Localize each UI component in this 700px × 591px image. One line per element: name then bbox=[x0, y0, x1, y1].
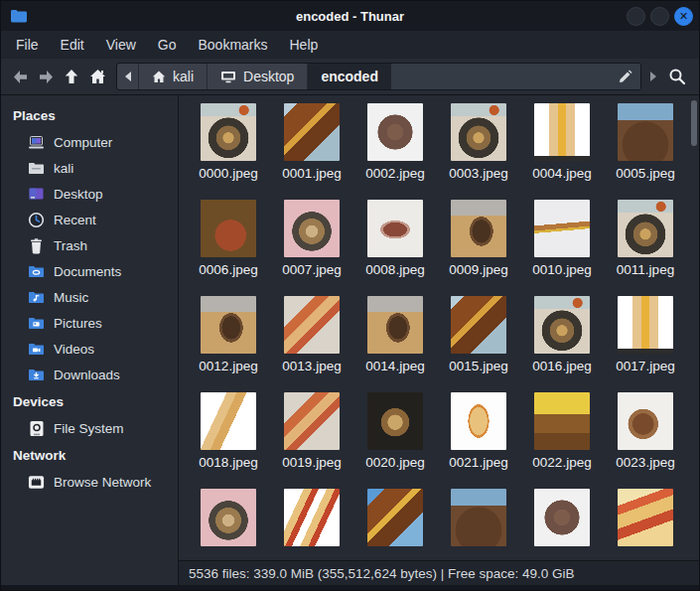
file-item[interactable]: 0019.jpeg bbox=[270, 388, 353, 485]
file-thumbnail bbox=[451, 103, 506, 161]
maximize-button[interactable] bbox=[650, 7, 669, 26]
file-item[interactable]: 0008.jpeg bbox=[353, 196, 437, 292]
file-thumbnail bbox=[534, 200, 590, 257]
file-item[interactable]: 0006.jpeg bbox=[187, 196, 270, 292]
sidebar-item-file-system[interactable]: File System bbox=[1, 415, 178, 441]
breadcrumb-kali[interactable]: kali bbox=[139, 64, 208, 89]
file-name: 0006.jpeg bbox=[199, 262, 257, 277]
file-name: 0023.jpeg bbox=[616, 455, 674, 470]
file-item[interactable]: 0001.jpeg bbox=[270, 99, 353, 196]
breadcrumbs: kaliDesktopencoded bbox=[139, 64, 391, 89]
file-item[interactable]: 0018.jpeg bbox=[187, 388, 270, 485]
file-thumbnail bbox=[534, 489, 590, 546]
file-thumbnail bbox=[367, 489, 423, 546]
file-item[interactable]: 0014.jpeg bbox=[353, 292, 437, 388]
sidebar-item-documents[interactable]: Documents bbox=[1, 258, 178, 284]
sidebar-item-kali[interactable]: kali bbox=[1, 155, 178, 181]
menu-go[interactable]: Go bbox=[147, 33, 188, 57]
file-thumbnail bbox=[201, 200, 256, 257]
crumb-scroll-right-button[interactable] bbox=[645, 64, 661, 89]
breadcrumb-label: Desktop bbox=[243, 69, 294, 84]
file-name: 0019.jpeg bbox=[282, 455, 341, 470]
sidebar-item-music[interactable]: Music bbox=[1, 284, 178, 310]
path-entry[interactable] bbox=[391, 64, 640, 89]
vertical-scrollbar[interactable] bbox=[691, 100, 697, 146]
file-item[interactable]: 0023.jpeg bbox=[604, 388, 687, 485]
file-item[interactable]: 0013.jpeg bbox=[270, 292, 353, 388]
sidebar-item-browse-network[interactable]: Browse Network bbox=[1, 469, 178, 495]
file-item[interactable]: 0022.jpeg bbox=[520, 388, 604, 485]
close-button[interactable]: ✕ bbox=[674, 7, 693, 26]
file-item[interactable] bbox=[604, 485, 687, 560]
menu-bookmarks[interactable]: Bookmarks bbox=[187, 33, 278, 57]
sidebar-item-pictures[interactable]: Pictures bbox=[1, 310, 178, 336]
file-item[interactable]: 0020.jpeg bbox=[353, 388, 437, 485]
recent-clock-icon bbox=[28, 212, 45, 228]
file-item[interactable]: 0009.jpeg bbox=[437, 196, 520, 292]
breadcrumb-desktop[interactable]: Desktop bbox=[208, 64, 308, 89]
file-item[interactable]: 0011.jpeg bbox=[604, 196, 687, 292]
file-item[interactable]: 0015.jpeg bbox=[437, 292, 520, 388]
file-view[interactable]: 0000.jpeg0001.jpeg0002.jpeg0003.jpeg0004… bbox=[179, 95, 699, 560]
app-folder-icon bbox=[10, 9, 28, 23]
file-item[interactable] bbox=[520, 485, 604, 560]
sidebar-item-label: Desktop bbox=[54, 187, 103, 202]
window-controls: ✕ bbox=[627, 7, 699, 26]
harddisk-icon bbox=[28, 420, 45, 437]
file-thumbnail bbox=[618, 296, 673, 354]
forward-button[interactable] bbox=[33, 64, 59, 89]
sidebar-item-videos[interactable]: Videos bbox=[1, 336, 178, 362]
file-item[interactable]: 0002.jpeg bbox=[353, 99, 437, 196]
sidebar-item-label: File System bbox=[54, 421, 124, 436]
file-thumbnail bbox=[534, 392, 590, 450]
sidebar-item-downloads[interactable]: Downloads bbox=[1, 362, 178, 387]
file-item[interactable]: 0007.jpeg bbox=[270, 196, 353, 292]
file-name: 0003.jpeg bbox=[449, 166, 507, 181]
sidebar-header-devices: Devices bbox=[1, 387, 178, 415]
home-button[interactable] bbox=[84, 64, 110, 89]
file-name: 0002.jpeg bbox=[365, 166, 424, 181]
sidebar-header-network: Network bbox=[1, 441, 178, 469]
file-name: 0012.jpeg bbox=[199, 359, 257, 373]
file-thumbnail bbox=[618, 103, 673, 161]
file-item[interactable] bbox=[437, 485, 520, 560]
file-item[interactable]: 0021.jpeg bbox=[437, 388, 520, 485]
menu-edit[interactable]: Edit bbox=[50, 33, 95, 57]
file-item[interactable] bbox=[187, 485, 270, 560]
network-icon bbox=[28, 474, 45, 491]
menu-file[interactable]: File bbox=[5, 33, 50, 57]
file-item[interactable]: 0003.jpeg bbox=[437, 99, 520, 196]
file-thumbnail bbox=[201, 489, 256, 546]
file-item[interactable]: 0010.jpeg bbox=[520, 196, 604, 292]
breadcrumb-encoded[interactable]: encoded bbox=[308, 64, 391, 89]
file-item[interactable]: 0016.jpeg bbox=[520, 292, 604, 388]
up-button[interactable] bbox=[59, 64, 84, 89]
minimize-button[interactable] bbox=[627, 7, 645, 26]
sidebar-item-computer[interactable]: Computer bbox=[1, 129, 178, 155]
file-item[interactable] bbox=[353, 485, 437, 560]
file-item[interactable]: 0017.jpeg bbox=[604, 292, 687, 388]
titlebar[interactable]: encoded - Thunar ✕ bbox=[1, 1, 699, 31]
sidebar-item-label: Browse Network bbox=[54, 475, 151, 490]
file-thumbnail bbox=[284, 296, 340, 354]
menu-help[interactable]: Help bbox=[279, 33, 330, 57]
back-button[interactable] bbox=[7, 64, 33, 89]
sidebar-item-label: Trash bbox=[54, 238, 87, 253]
file-item[interactable]: 0012.jpeg bbox=[187, 292, 270, 388]
file-thumbnail bbox=[534, 103, 590, 161]
sidebar-item-desktop[interactable]: Desktop bbox=[1, 181, 178, 207]
file-thumbnail bbox=[367, 103, 423, 161]
sidebar-item-trash[interactable]: Trash bbox=[1, 232, 178, 258]
file-item[interactable] bbox=[270, 485, 353, 560]
menu-view[interactable]: View bbox=[95, 33, 147, 57]
file-thumbnail bbox=[367, 392, 423, 450]
file-item[interactable]: 0005.jpeg bbox=[604, 99, 687, 196]
file-name: 0004.jpeg bbox=[532, 166, 591, 181]
window-title: encoded - Thunar bbox=[1, 9, 699, 24]
file-item[interactable]: 0004.jpeg bbox=[520, 99, 604, 196]
file-item[interactable]: 0000.jpeg bbox=[187, 99, 270, 196]
search-button[interactable] bbox=[663, 64, 691, 89]
file-thumbnail bbox=[201, 296, 256, 354]
crumb-scroll-left-button[interactable] bbox=[117, 64, 139, 89]
sidebar-item-recent[interactable]: Recent bbox=[1, 207, 178, 232]
